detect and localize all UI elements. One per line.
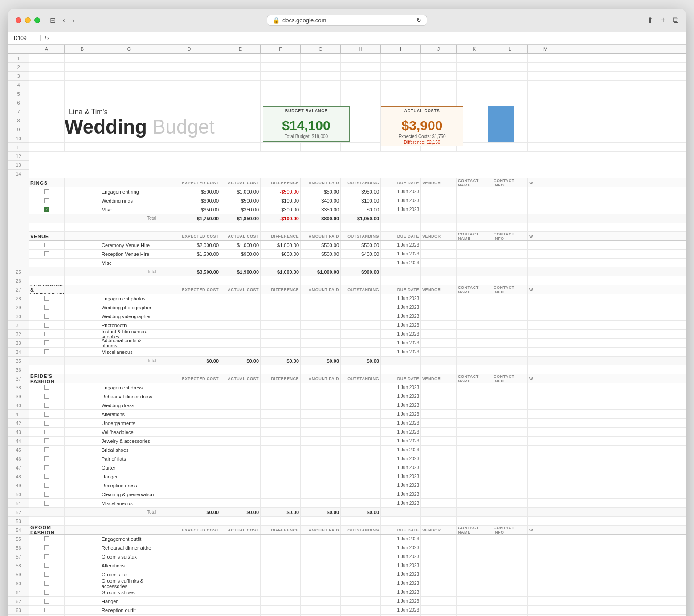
groom-row-9: Reception outfit1 Jun 2023 <box>29 606 686 615</box>
rings-item-3-due: 1 Jun 2023 <box>381 205 421 214</box>
rings-contact-info-col: CONTACT INFO <box>492 178 528 187</box>
rings-total-label: Total <box>100 214 158 223</box>
refresh-icon[interactable]: ↻ <box>416 17 421 24</box>
rings-item-3-paid: $350.00 <box>301 205 341 214</box>
venue-row-1: Ceremony Venue Hire $2,000.00 $1,000.00 … <box>29 241 686 250</box>
rings-label: RINGS <box>30 180 48 186</box>
share-icon[interactable]: ⬆ <box>647 16 653 25</box>
tab-overview-icon[interactable]: ⧉ <box>673 16 678 25</box>
rings-outstanding-col: OUTSTANDING <box>341 178 381 187</box>
groom-label: GROOM FASHION <box>30 526 63 534</box>
rings-item-1-actual: $1,000.00 <box>220 187 261 196</box>
rings-row-1: Engagement ring $500.00 $1,000.00 -$500.… <box>29 187 686 196</box>
main-content: Lina & Tim's Wedding Budget BUDGET BALAN… <box>29 54 686 616</box>
photo-row-5: Instant & film camera supplies 1 Jun 202… <box>29 330 686 339</box>
spacer-36 <box>29 276 686 285</box>
venue-item-1: Ceremony Venue Hire <box>100 241 158 249</box>
venue-section-header: VENUE EXPECTED COST ACTUAL COST DIFFEREN… <box>29 232 686 241</box>
cell-reference[interactable]: D109 <box>14 35 41 41</box>
rings-item-2-actual: $500.00 <box>220 196 261 205</box>
actual-costs-amount: $3,900 <box>381 115 463 134</box>
venue-item-3: Misc <box>100 259 158 267</box>
bride-row-7: Jewelry & accessories1 Jun 2023 <box>29 437 686 446</box>
back-button[interactable]: ‹ <box>60 15 68 25</box>
column-headers: A B C D E F G H I J K L M <box>8 45 686 54</box>
address-bar[interactable]: 🔒 docs.google.com ↻ <box>267 15 427 26</box>
rings-contact-name-col: CONTACT NAME <box>457 178 492 187</box>
col-header-f: F <box>261 45 301 53</box>
col-header-d: D <box>158 45 220 53</box>
venue-item-2: Reception Venue Hire <box>100 250 158 258</box>
sidebar-toggle[interactable]: ⊞ <box>47 15 58 25</box>
groom-row-4: Alterations1 Jun 2023 <box>29 561 686 570</box>
groom-section-header: GROOM FASHION EXPECTED COST ACTUAL COST … <box>29 526 686 535</box>
add-tab-icon[interactable]: + <box>661 16 665 25</box>
col-header-k: K <box>457 45 492 53</box>
rings-paid-col: AMOUNT PAID <box>301 178 341 187</box>
photo-row-1: Engagement photos 1 Jun 2023 <box>29 294 686 303</box>
spacer-63 <box>29 517 686 526</box>
blue-accent-box <box>488 106 514 142</box>
rings-item-1-outstanding: $950.00 <box>341 187 381 196</box>
venue-label: VENUE <box>30 234 49 239</box>
bride-total-row: Total $0.00 $0.00 $0.00 $0.00 $0.00 <box>29 508 686 517</box>
bride-row-9: Pair of flats1 Jun 2023 <box>29 454 686 463</box>
photo-total-row: Total $0.00 $0.00 $0.00 $0.00 $0.00 <box>29 357 686 365</box>
url-text: docs.google.com <box>282 17 326 24</box>
groom-row-7: Groom's shoes1 Jun 2023 <box>29 588 686 597</box>
groom-row-8: Hanger1 Jun 2023 <box>29 597 686 606</box>
difference-line: Difference: $2,150 <box>381 140 463 146</box>
couple-name: Lina & Tim's <box>65 107 215 116</box>
traffic-lights <box>16 17 40 23</box>
titlebar: ⊞ ‹ › 🔒 docs.google.com ↻ ⬆ + ⧉ <box>8 9 686 32</box>
rings-item-1-diff: -$500.00 <box>261 187 301 196</box>
budget-balance-card: BUDGET BALANCE $14,100 Total Budget: $18… <box>263 106 350 142</box>
rings-due-col: DUE DATE <box>381 178 421 187</box>
col-header-m: M <box>528 45 563 53</box>
rings-item-1-due: 1 Jun 2023 <box>381 187 421 196</box>
venue-cb-2[interactable] <box>44 251 49 256</box>
spacer-46 <box>29 365 686 374</box>
formula-bar-icon: ƒx <box>44 35 50 41</box>
rings-diff-col: DIFFERENCE <box>261 178 301 187</box>
rings-row-3: ✓ Misc $650.00 $350.00 $300.00 $350.00 $… <box>29 205 686 214</box>
col-header-g: G <box>301 45 341 53</box>
browser-window: ⊞ ‹ › 🔒 docs.google.com ↻ ⬆ + ⧉ D109 ƒx … <box>8 9 686 616</box>
groom-row-6: Groom's cufflinks & accessories1 Jun 202… <box>29 579 686 588</box>
photo-row-7: Miscellaneous 1 Jun 2023 <box>29 348 686 357</box>
col-header-a: A <box>29 45 65 53</box>
rings-item-1-expected: $500.00 <box>158 187 220 196</box>
budget-balance-label: BUDGET BALANCE <box>263 107 349 115</box>
rings-expected-col: EXPECTED COST <box>158 178 220 187</box>
rings-cb-3[interactable]: ✓ <box>44 207 49 212</box>
titlebar-actions: ⬆ + ⧉ <box>647 16 678 25</box>
rings-item-1: Engagement ring <box>100 187 158 196</box>
wedding-title: Wedding Budget <box>65 116 215 138</box>
bride-row-6: Veil/headpiece1 Jun 2023 <box>29 428 686 437</box>
rings-vendor-col: VENDOR <box>421 178 457 187</box>
venue-cb-1[interactable] <box>44 243 49 247</box>
rings-item-3-diff: $300.00 <box>261 205 301 214</box>
groom-row-2: Rehearsal dinner attire1 Jun 2023 <box>29 543 686 552</box>
rings-item-2-diff: $100.00 <box>261 196 301 205</box>
rings-item-3-outstanding: $0.00 <box>341 205 381 214</box>
minimize-button[interactable] <box>25 17 31 23</box>
photo-row-3: Wedding videographer 1 Jun 2023 <box>29 312 686 321</box>
maximize-button[interactable] <box>34 17 40 23</box>
rings-cb-2[interactable] <box>44 198 49 203</box>
nav-buttons: ⊞ ‹ › <box>47 15 78 25</box>
forward-button[interactable]: › <box>69 15 77 25</box>
rings-item-2: Wedding rings <box>100 196 158 205</box>
rings-item-2-due: 1 Jun 2023 <box>381 196 421 205</box>
photo-section-header: PHOTOGRAPHY & VIDEOGRAPHY EXPECTED COST … <box>29 285 686 294</box>
rings-item-2-paid: $400.00 <box>301 196 341 205</box>
venue-total-row: Total $3,500.00 $1,900.00 $1,600.00 $1,0… <box>29 267 686 276</box>
rings-cb-1[interactable] <box>44 189 49 194</box>
venue-row-2: Reception Venue Hire $1,500.00 $900.00 $… <box>29 250 686 259</box>
rings-section-header: RINGS EXPECTED COST ACTUAL COST DIFFEREN… <box>29 178 686 187</box>
row-numbers: 1 2 3 4 5 6 7 8 9 10 11 12 13 14 25 26 2… <box>8 54 29 616</box>
col-header-i: I <box>381 45 421 53</box>
close-button[interactable] <box>16 17 21 23</box>
budget-balance-amount: $14,100 <box>263 115 349 134</box>
bride-row-12: Reception dress1 Jun 2023 <box>29 481 686 490</box>
